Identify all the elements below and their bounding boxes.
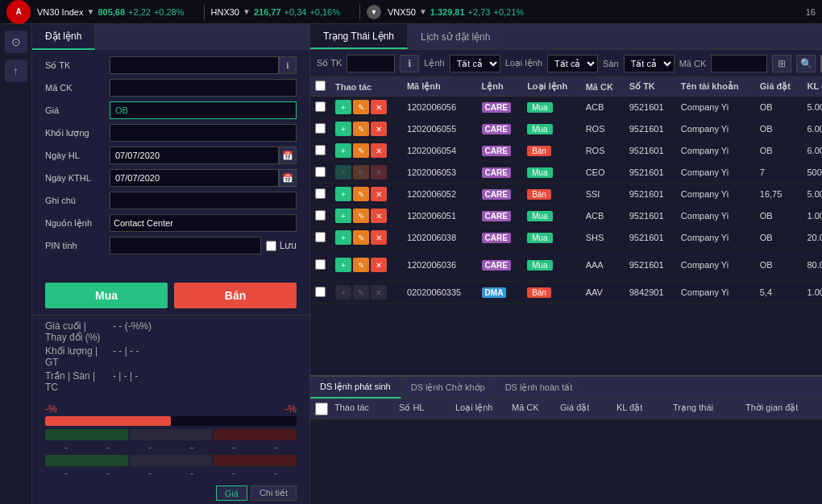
filter-ma-ck-input[interactable]: [711, 55, 767, 72]
kl-gt-label: Khối lượng | GT: [45, 345, 110, 368]
bottom-th-loai-lenh: Loại lệnh: [455, 403, 512, 415]
chart-icon[interactable]: ▼: [367, 5, 381, 19]
bottom-th-thao-tac: Thao tác: [334, 403, 399, 415]
left-panel: Đặt lệnh Số TK ℹ Mã CK Giá: [32, 24, 310, 504]
action-edit-btn[interactable]: ✎: [353, 187, 369, 201]
row-checkbox[interactable]: [315, 145, 326, 155]
action-edit-btn[interactable]: ✎: [353, 230, 369, 245]
ma-ck-cell: ROS: [581, 118, 625, 140]
action-add-btn[interactable]: +: [335, 187, 351, 201]
action-add-btn[interactable]: +: [335, 230, 351, 245]
pin-tinh-input[interactable]: [110, 237, 261, 254]
action-add-btn[interactable]: +: [335, 209, 351, 223]
vnx50-index-group: VNX50 ▼ 1.329,81 +2,73 +0,21%: [388, 7, 524, 17]
action-edit-btn[interactable]: ✎: [353, 209, 369, 223]
so-tk-input[interactable]: [110, 56, 279, 74]
gia-button[interactable]: Giá: [216, 485, 247, 501]
action-del-btn[interactable]: ✕: [371, 143, 387, 158]
so-tk-info-icon[interactable]: ℹ: [279, 56, 297, 74]
ngay-hl-input[interactable]: 07/07/2020: [110, 147, 279, 164]
ma-ck-label: Mã CK: [45, 83, 110, 93]
buy-button[interactable]: Mua: [45, 283, 168, 308]
order-form: Số TK ℹ Mã CK Giá Khối lượng: [32, 50, 309, 276]
table-row: + ✎ ✕ 1202006055CAREMuaROS9521601Company…: [310, 118, 822, 140]
vnx50-name[interactable]: VNX50: [388, 7, 416, 17]
action-del-btn[interactable]: ✕: [371, 122, 387, 136]
vn30-name[interactable]: VN30 Index: [37, 7, 83, 17]
mini-bar-1: [45, 429, 128, 440]
dash-1: -: [64, 442, 68, 453]
row-checkbox[interactable]: [315, 287, 326, 297]
bottom-tab-phat-sinh[interactable]: DS lệnh phát sinh: [310, 377, 401, 399]
action-add-btn[interactable]: +: [335, 100, 351, 114]
action-edit-btn[interactable]: ✎: [353, 143, 369, 158]
bottom-select-all[interactable]: [315, 403, 328, 415]
select-all-checkbox[interactable]: [315, 81, 326, 91]
action-del-btn[interactable]: ✕: [371, 209, 387, 223]
action-del-btn: ✕: [371, 165, 387, 180]
filter-funnel-icon[interactable]: ⊞: [772, 55, 791, 72]
action-del-btn[interactable]: ✕: [371, 100, 387, 114]
filter-ma-ck-label: Mã CK: [679, 59, 707, 68]
action-edit-btn[interactable]: ✎: [353, 258, 369, 272]
ghi-chu-input[interactable]: [110, 192, 297, 209]
vn30-arrow-icon[interactable]: ▼: [86, 7, 94, 16]
action-del-btn[interactable]: ✕: [371, 187, 387, 201]
row-checkbox[interactable]: [315, 123, 326, 134]
bottom-tab-hoan-tat[interactable]: DS lệnh hoàn tất: [496, 377, 583, 399]
loai-badge: CARE: [482, 124, 511, 134]
ngay-hl-calendar-icon[interactable]: 📅: [279, 147, 297, 164]
action-del-btn[interactable]: ✕: [371, 230, 387, 245]
tab-dat-lenh[interactable]: Đặt lệnh: [32, 24, 95, 50]
gia-dat-cell: OB: [755, 118, 803, 140]
action-edit-btn[interactable]: ✎: [353, 122, 369, 136]
bottom-tab-cho-khop[interactable]: DS lệnh Chờ khớp: [401, 377, 496, 399]
lenh-mua-ban-cell: Bán: [522, 140, 581, 162]
row-checkbox[interactable]: [315, 210, 326, 221]
filter-san-select[interactable]: Tất cả: [624, 55, 675, 72]
khoi-luong-label: Khối lượng: [45, 128, 110, 138]
right-tab-bar: Trạng Thái Lệnh Lịch sử đặt lệnh: [310, 24, 822, 50]
ngay-kthl-input[interactable]: [110, 169, 279, 187]
nguon-lenh-select[interactable]: Contact Center: [110, 214, 297, 232]
hnx30-name[interactable]: HNX30: [211, 7, 239, 17]
vnx50-value: 1.329,81: [430, 7, 465, 17]
th-gia-dat: Giá đặt: [755, 77, 803, 97]
filter-info-icon[interactable]: ℹ: [400, 55, 419, 72]
filter-so-tk-input[interactable]: [347, 55, 395, 72]
row-checkbox[interactable]: [315, 167, 326, 177]
khoi-luong-input[interactable]: [110, 124, 297, 142]
sidebar-icon-1[interactable]: ⊙: [5, 31, 27, 53]
logo-icon: A: [6, 0, 31, 24]
hnx30-arrow-icon[interactable]: ▼: [243, 7, 251, 16]
luu-checkbox[interactable]: [266, 241, 276, 251]
chi-tiet-button[interactable]: Chi tiết: [251, 485, 297, 501]
tab-trang-thai-lenh[interactable]: Trạng Thái Lệnh: [310, 24, 408, 49]
filter-loai-lenh-select[interactable]: Tất cả: [547, 55, 598, 72]
ngay-kthl-calendar-icon[interactable]: 📅: [279, 169, 297, 187]
tab-lich-su-dat-lenh[interactable]: Lịch sử đặt lệnh: [408, 24, 504, 49]
bottom-th-kl-dat: KL đặt: [616, 403, 673, 415]
lenh-badge: Mua: [527, 233, 552, 243]
action-cell: + ✎ ✕: [330, 249, 402, 282]
ma-ck-input[interactable]: [110, 79, 297, 97]
row-checkbox[interactable]: [315, 101, 326, 112]
filter-search-icon[interactable]: 🔍: [796, 55, 816, 72]
gia-row: Giá: [45, 101, 297, 119]
row-checkbox[interactable]: [315, 188, 326, 199]
row-checkbox[interactable]: [315, 259, 326, 270]
vnx50-arrow-icon[interactable]: ▼: [419, 7, 427, 16]
action-add-btn[interactable]: +: [335, 122, 351, 136]
separator-2: [359, 4, 360, 20]
sidebar-icon-2[interactable]: ↑: [5, 60, 27, 82]
sell-button[interactable]: Bán: [174, 283, 297, 308]
gia-input[interactable]: [110, 101, 297, 119]
action-edit-btn[interactable]: ✎: [353, 100, 369, 114]
row-checkbox[interactable]: [315, 232, 326, 242]
lenh-mua-ban-cell: Mua: [522, 97, 581, 118]
action-add-btn[interactable]: +: [335, 143, 351, 158]
dashes-row-2: - - - - - -: [45, 468, 297, 479]
filter-lenh-select[interactable]: Tất cả: [450, 55, 500, 72]
action-del-btn[interactable]: ✕: [371, 258, 387, 272]
action-add-btn[interactable]: +: [335, 258, 351, 272]
